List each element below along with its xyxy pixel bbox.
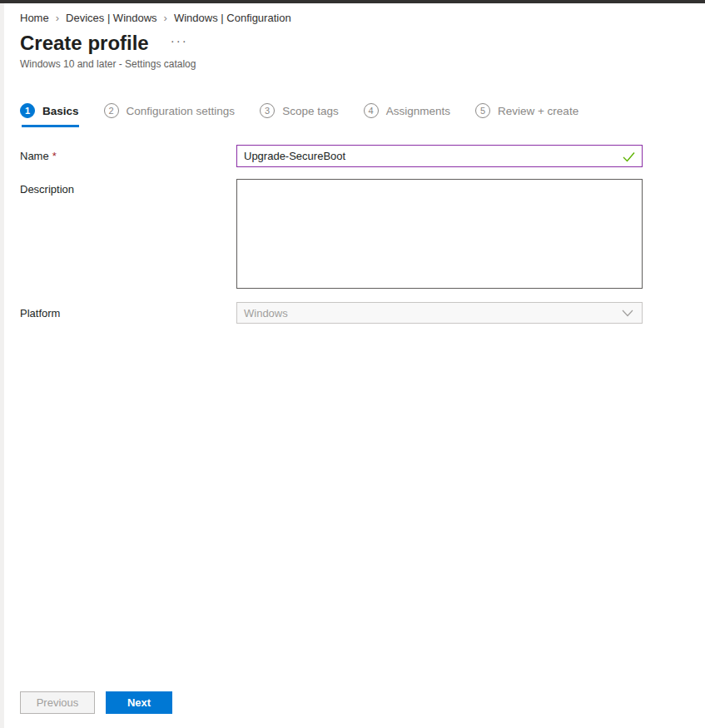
breadcrumb-home[interactable]: Home (20, 12, 49, 24)
step-review-create[interactable]: 5 Review + create (475, 103, 578, 120)
step-label: Review + create (498, 105, 578, 117)
breadcrumb-devices-windows[interactable]: Devices | Windows (66, 12, 157, 24)
step-number-badge: 3 (260, 103, 275, 118)
left-edge-strip (0, 3, 4, 728)
step-number-badge: 4 (364, 103, 379, 118)
more-menu-button[interactable]: ··· (171, 34, 188, 47)
chevron-down-icon (622, 307, 633, 319)
step-number-badge: 5 (475, 103, 490, 118)
required-marker: * (52, 150, 57, 162)
wizard-steps: 1 Basics 2 Configuration settings 3 Scop… (20, 103, 685, 120)
step-number-badge: 1 (20, 103, 35, 118)
name-input[interactable] (236, 145, 643, 167)
description-textarea[interactable] (236, 179, 643, 289)
description-label: Description (20, 179, 236, 289)
platform-selected-value: Windows (244, 307, 288, 319)
step-basics[interactable]: 1 Basics (20, 103, 79, 120)
step-scope-tags[interactable]: 3 Scope tags (260, 103, 339, 120)
next-button[interactable]: Next (106, 691, 172, 714)
name-field-row: Name* (20, 145, 685, 167)
step-number-badge: 2 (104, 103, 119, 118)
name-label-text: Name (20, 150, 49, 162)
step-assignments[interactable]: 4 Assignments (364, 103, 450, 120)
step-label: Configuration settings (127, 105, 236, 117)
step-label: Scope tags (282, 105, 339, 117)
step-label: Basics (42, 105, 79, 117)
previous-button[interactable]: Previous (20, 691, 95, 714)
description-control (236, 179, 643, 289)
page-subtitle: Windows 10 and later - Settings catalog (20, 58, 685, 70)
create-profile-page: Home › Devices | Windows › Windows | Con… (0, 3, 705, 324)
breadcrumb-separator: › (56, 12, 59, 24)
description-field-row: Description (20, 179, 685, 289)
breadcrumb-windows-configuration[interactable]: Windows | Configuration (174, 12, 291, 24)
step-label: Assignments (386, 105, 450, 117)
name-label: Name* (20, 145, 236, 167)
step-configuration-settings[interactable]: 2 Configuration settings (104, 103, 236, 120)
breadcrumb-separator: › (164, 12, 167, 24)
breadcrumb: Home › Devices | Windows › Windows | Con… (20, 12, 685, 24)
platform-field-row: Platform Windows (20, 302, 685, 324)
platform-label: Platform (20, 302, 236, 324)
page-title: Create profile (20, 32, 149, 54)
wizard-footer: Previous Next (20, 691, 172, 714)
basics-form: Name* Description Platform Windows (20, 145, 685, 324)
page-header: Create profile ··· (20, 32, 685, 54)
platform-dropdown: Windows (236, 302, 643, 324)
platform-control: Windows (236, 302, 643, 324)
name-control (236, 145, 643, 167)
